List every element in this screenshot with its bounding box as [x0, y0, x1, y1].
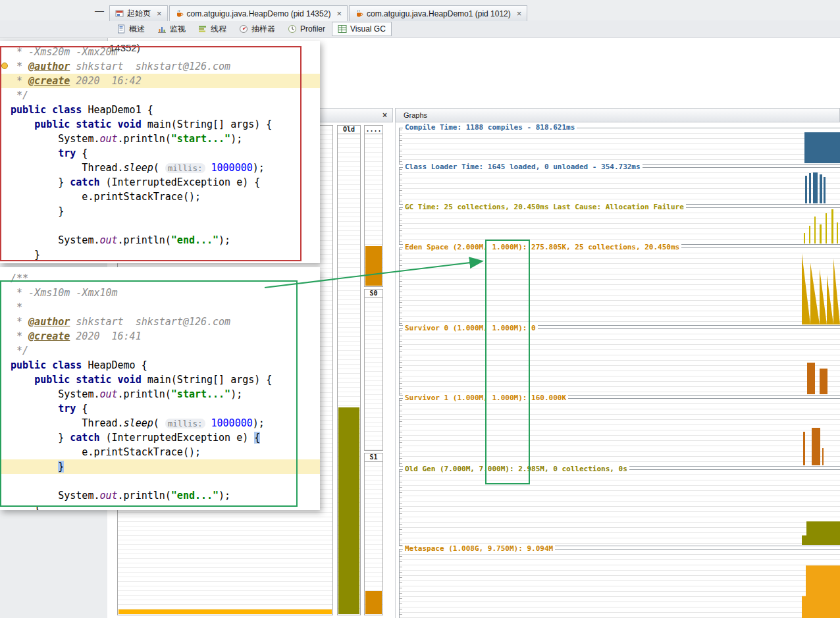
survivor-1-chart — [802, 400, 840, 465]
graph-ticks — [400, 130, 402, 164]
code-line: } — [0, 247, 320, 262]
toolbar-button-threads[interactable]: 线程 — [192, 21, 232, 38]
graph-plot-area — [400, 168, 840, 204]
sampler-icon — [239, 24, 248, 34]
graph-section-title: Metaspace (1.008G, 9.750M): 9.094M — [403, 544, 555, 553]
toolbar-button-sampler[interactable]: 抽样器 — [233, 21, 281, 38]
space-eden: .... — [364, 125, 383, 287]
code-line: * -Xms20m -Xmx20m — [0, 45, 320, 59]
graph-ticks — [400, 400, 402, 466]
graph-section-title: Survivor 0 (1.000M, 1.000M): 0 — [403, 324, 538, 332]
toolbar-button-label: Profiler — [300, 24, 325, 34]
code-line: } — [0, 204, 320, 219]
space-eden-label: .... — [365, 126, 382, 134]
graph-section-class-loader-time: Class Loader Time: 1645 loaded, 0 unload… — [399, 167, 840, 205]
old-gen-chart — [802, 471, 840, 545]
survivor-0-chart — [802, 330, 840, 394]
code-line: public static void main(String[] args) { — [0, 373, 320, 387]
code-popup-1[interactable]: * -Xms20m -Xmx20m * @author shkstart shk… — [0, 41, 320, 263]
graph-section-title: Old Gen (7.000M, 7.000M): 2.985M, 0 coll… — [403, 465, 629, 473]
threads-icon — [198, 24, 207, 34]
toolbar-button-label: Visual GC — [350, 24, 386, 34]
tab-start-page[interactable]: 起始页× — [109, 5, 168, 21]
toolbar-button-monitor[interactable]: 监视 — [151, 21, 192, 38]
toolbar-strip: 概述监视线程抽样器ProfilerVisual GC — [0, 20, 840, 38]
gc-time-chart — [802, 209, 840, 244]
code-line: */ — [0, 344, 320, 358]
graphs-sections: Compile Time: 1188 compiles - 818.621msC… — [396, 128, 840, 618]
space-old-label: Old — [338, 126, 360, 134]
graph-section-metaspace: Metaspace (1.008G, 9.750M): 9.094M — [399, 549, 840, 618]
young-gen-column: .... S0 S1 — [364, 125, 383, 615]
code-line: try { — [0, 146, 320, 161]
graph-section-old-gen: Old Gen (7.000M, 7.000M): 2.985M, 0 coll… — [399, 469, 840, 546]
java-icon — [355, 9, 363, 18]
graph-section-eden-space: Eden Space (2.000M, 1.000M): 275.805K, 2… — [399, 247, 840, 326]
tab-close-icon[interactable]: × — [336, 9, 342, 18]
code-line: System.out.println("end..."); — [0, 233, 320, 247]
s1-fill-bar — [365, 591, 382, 614]
graph-plot-area — [400, 128, 840, 164]
code-popup-2[interactable]: /** * -Xms10m -Xmx10m * * @author shksta… — [0, 267, 320, 510]
code-editor-heapdemo: /** * -Xms10m -Xmx10m * * @author shksta… — [0, 267, 320, 510]
code-line: * — [0, 300, 320, 315]
window-chrome: — 起始页×com.atguigu.java.HeapDemo (pid 143… — [0, 0, 840, 20]
toolbar-button-label: 监视 — [170, 24, 186, 35]
tab-label: com.atguigu.java.HeapDemo (pid 14352) — [187, 9, 331, 18]
graph-ticks — [400, 169, 402, 204]
graphs-panel-title: Graphs — [404, 111, 427, 119]
code-line: System.out.println("start..."); — [0, 387, 320, 401]
code-line: */ — [0, 88, 320, 103]
visualgc-icon — [338, 24, 347, 34]
class-loader-time-chart — [802, 169, 840, 203]
eden-fill-bar — [365, 246, 382, 286]
visualvm-window: — 起始页×com.atguigu.java.HeapDemo (pid 143… — [0, 0, 840, 618]
metaspace-chart — [802, 551, 840, 618]
tab-label: 起始页 — [127, 8, 151, 19]
code-line — [0, 219, 320, 233]
code-line: public static void main(String[] args) { — [0, 117, 320, 132]
toolbar-button-overview[interactable]: 概述 — [111, 21, 151, 38]
start-page-icon — [115, 9, 124, 18]
application-title-fragment: 14352) — [109, 42, 140, 53]
code-line: } catch (InterruptedException e) { — [0, 175, 320, 190]
profiler-icon — [288, 24, 297, 34]
code-line: System.out.println("end..."); — [0, 488, 320, 503]
tab-bar: 起始页×com.atguigu.java.HeapDemo (pid 14352… — [109, 5, 529, 21]
graph-ticks — [400, 209, 402, 244]
tab-close-icon[interactable]: × — [157, 9, 162, 18]
space-plot-area — [365, 298, 382, 450]
window-minimize-button[interactable]: — — [92, 5, 107, 17]
tab-close-icon[interactable]: × — [517, 9, 522, 18]
old-fill-bar — [338, 407, 359, 614]
code-line: * @create 2020 16:42 — [0, 74, 320, 88]
code-line — [0, 474, 320, 488]
toolbar-button-label: 抽样器 — [251, 24, 275, 35]
toolbar-button-visualgc[interactable]: Visual GC — [332, 22, 392, 36]
graph-plot-area — [400, 329, 840, 395]
code-line: * -Xms10m -Xmx10m — [0, 286, 320, 300]
toolbar-button-profiler[interactable]: Profiler — [282, 22, 331, 36]
java-icon — [175, 9, 184, 18]
spaces-panel-close-icon[interactable]: × — [382, 111, 387, 120]
eden-space-chart — [802, 249, 840, 324]
code-line: Thread.sleep( millis: 1000000); — [0, 416, 320, 430]
tab-label: com.atguigu.java.HeapDemo1 (pid 1012) — [367, 9, 511, 18]
graph-ticks — [400, 330, 402, 395]
toolbar-button-label: 概述 — [129, 24, 145, 35]
intention-bulb-icon[interactable] — [1, 63, 8, 69]
code-line: e.printStackTrace(); — [0, 190, 320, 204]
code-line: * @create 2020 16:41 — [0, 329, 320, 344]
tab-heapdemo-14352[interactable]: com.atguigu.java.HeapDemo (pid 14352)× — [169, 5, 348, 21]
code-line: e.printStackTrace(); — [0, 445, 320, 459]
graph-ticks — [400, 249, 402, 325]
space-s0-label: S0 — [365, 290, 382, 298]
code-line: System.out.println("start..."); — [0, 132, 320, 146]
graph-section-title: Class Loader Time: 1645 loaded, 0 unload… — [403, 163, 643, 171]
code-editor-heapdemo1: * -Xms20m -Xmx20m * @author shkstart shk… — [0, 41, 320, 263]
graph-plot-area — [400, 550, 840, 618]
monitor-icon — [157, 24, 167, 34]
graph-section-gc-time: GC Time: 25 collections, 20.450ms Last C… — [399, 207, 840, 245]
space-survivor0: S0 — [364, 289, 383, 451]
tab-heapdemo1-1012[interactable]: com.atguigu.java.HeapDemo1 (pid 1012)× — [349, 5, 527, 21]
